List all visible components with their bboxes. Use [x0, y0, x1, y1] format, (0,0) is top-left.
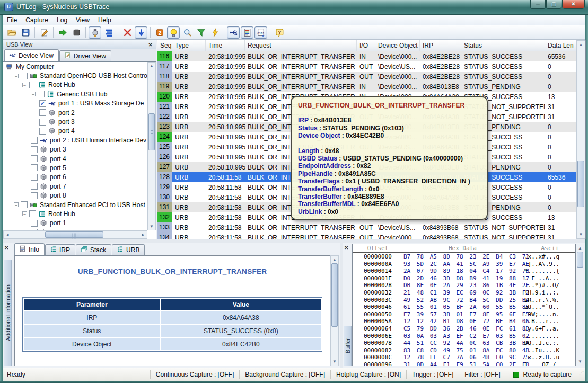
- tree-checkbox[interactable]: [39, 119, 46, 126]
- table-row[interactable]: 117URB20:58:10:995BULK_OR_INTERRUPT_TRAN…: [157, 61, 585, 72]
- tree-horizontal-scrollbar[interactable]: ◄ ►: [3, 230, 147, 239]
- usb-view-close-icon[interactable]: ✕: [148, 42, 153, 48]
- info-view-toggle-button[interactable]: [241, 26, 253, 39]
- tree-checkbox[interactable]: [31, 155, 38, 162]
- tree-checkbox[interactable]: [39, 109, 46, 116]
- column-header-device[interactable]: Device Object: [375, 40, 420, 51]
- trigger-button[interactable]: [208, 26, 221, 39]
- menu-item-help[interactable]: Help: [94, 16, 116, 24]
- sequence-2-button[interactable]: 2: [153, 26, 166, 39]
- clear-log-button[interactable]: [121, 26, 134, 39]
- device-capture-button[interactable]: [89, 26, 101, 39]
- hex-offset: 00000050: [353, 310, 403, 318]
- tree-checkbox[interactable]: [38, 91, 45, 97]
- tree-item[interactable]: –Root Hub: [3, 81, 147, 90]
- sequence-2-icon: 2: [155, 28, 164, 37]
- start-capture-button[interactable]: [56, 26, 69, 39]
- column-header-len[interactable]: Data Len: [545, 40, 577, 51]
- table-row[interactable]: 116URB20:58:10:995BULK_OR_INTERRUPT_TRAN…: [157, 51, 585, 61]
- column-header-status[interactable]: Status: [461, 40, 545, 51]
- tree-item[interactable]: –Root Hub: [3, 209, 147, 218]
- window-titlebar[interactable]: U UTLog - SysNucleus USBTrace ─ ▢ ✕: [0, 0, 588, 15]
- buffer-panel-close-icon[interactable]: ✕: [344, 245, 348, 251]
- usb-view-toggle-button[interactable]: [227, 26, 240, 39]
- status-segment: Hotplug Capture : [ON]: [330, 370, 406, 379]
- menu-item-file[interactable]: File: [3, 16, 21, 24]
- search-button[interactable]: [181, 26, 194, 39]
- tab-driver-view[interactable]: Driver View: [59, 50, 111, 61]
- tree-item[interactable]: port 5: [3, 163, 147, 172]
- tree-checkbox[interactable]: [31, 146, 38, 153]
- table-row[interactable]: 119URB20:58:10:995BULK_OR_INTERRUPT_TRAN…: [157, 82, 585, 92]
- tree-checkbox[interactable]: [21, 201, 28, 208]
- edit-log-button[interactable]: [38, 26, 50, 39]
- tree-expander-icon[interactable]: –: [22, 83, 27, 87]
- column-header-type[interactable]: Type: [172, 40, 206, 51]
- tab-device-view[interactable]: Device View: [4, 49, 59, 61]
- tree-item[interactable]: –Standard OpenHCD USB Host Controller: [3, 71, 147, 80]
- minimize-button[interactable]: ─: [530, 0, 546, 9]
- menu-item-capture[interactable]: Capture: [21, 16, 52, 24]
- tree-checkbox[interactable]: [31, 137, 38, 144]
- tree-checkbox[interactable]: [31, 174, 38, 181]
- tree-checkbox[interactable]: [31, 164, 38, 171]
- table-row[interactable]: 133URB20:58:11:58BULK_OR_INTERRUPT_TRANS…: [157, 222, 585, 233]
- tab-stack[interactable]: Stack: [76, 244, 111, 255]
- table-row[interactable]: 134URB20:58:11:58BULK_OR_INTERRUPT_TRANS…: [157, 233, 585, 239]
- log-list-button[interactable]: [102, 26, 115, 39]
- tree-expander-icon[interactable]: –: [14, 74, 19, 78]
- tree-item[interactable]: port 2: [3, 108, 147, 117]
- tooltip-bulb-button[interactable]: [167, 26, 180, 39]
- tree-checkbox[interactable]: [21, 73, 28, 79]
- tree-checkbox[interactable]: [39, 128, 46, 135]
- tree-item[interactable]: port 6: [3, 173, 147, 182]
- table-vertical-scrollbar[interactable]: ▲▼: [576, 40, 585, 239]
- info-panel-close-icon[interactable]: ✕: [4, 245, 8, 251]
- tree-expander-icon[interactable]: –: [14, 202, 19, 207]
- column-header-time[interactable]: Time: [206, 40, 245, 51]
- tree-expander-icon[interactable]: –: [31, 92, 36, 96]
- auto-scroll-button[interactable]: [135, 26, 147, 39]
- menu-item-view[interactable]: View: [72, 16, 94, 24]
- tree-item[interactable]: port 1: [3, 219, 147, 228]
- close-button[interactable]: ✕: [562, 0, 585, 9]
- stop-capture-button[interactable]: [70, 26, 83, 39]
- tree-checkbox[interactable]: [29, 82, 36, 88]
- tree-checkbox[interactable]: [31, 192, 38, 199]
- tree-item[interactable]: –Generic USB Hub: [3, 90, 147, 99]
- filter-button[interactable]: [195, 26, 207, 39]
- tab-irp[interactable]: IRP: [45, 244, 75, 255]
- tab-urb[interactable]: URB: [112, 244, 145, 255]
- column-header-irp[interactable]: IRP: [420, 40, 461, 51]
- column-header-io[interactable]: I/O: [357, 40, 375, 51]
- tree-vertical-scrollbar[interactable]: ▲▼: [147, 62, 156, 230]
- tab-info[interactable]: Info: [14, 243, 45, 255]
- help-tip-button[interactable]: ?: [273, 26, 286, 39]
- tree-item[interactable]: port 8: [3, 191, 147, 200]
- tree-item[interactable]: port 7: [3, 182, 147, 191]
- table-row[interactable]: 118URB20:58:10:995BULK_OR_INTERRUPT_TRAN…: [157, 72, 585, 82]
- buffer-view-toggle-button[interactable]: 0101: [254, 26, 267, 39]
- tree-item[interactable]: port 3: [3, 145, 147, 154]
- menu-item-log[interactable]: Log: [52, 16, 72, 24]
- tree-item[interactable]: port 2 : USB Human Interface Dev: [3, 136, 147, 145]
- resize-grip[interactable]: ⋰: [579, 370, 584, 379]
- tree-checkbox[interactable]: [31, 220, 38, 227]
- tree-checkbox[interactable]: [29, 210, 36, 217]
- tree-checkbox[interactable]: ✓: [39, 100, 46, 107]
- open-file-button[interactable]: [5, 26, 18, 39]
- info-vertical-scrollbar[interactable]: ▲▼: [330, 255, 339, 366]
- maximize-button[interactable]: ▢: [546, 0, 561, 9]
- tree-item[interactable]: My Computer: [3, 62, 147, 71]
- column-header-request[interactable]: Request: [245, 40, 357, 51]
- tree-item[interactable]: port 4: [3, 127, 147, 136]
- tree-item[interactable]: ✓port 1 : USB Mass Storage De: [3, 99, 147, 108]
- tree-item[interactable]: port 3: [3, 117, 147, 126]
- tree-item[interactable]: port 4: [3, 154, 147, 163]
- save-file-button[interactable]: [19, 26, 32, 39]
- buffer-vertical-scrollbar[interactable]: ▲▼: [576, 244, 584, 366]
- tree-item[interactable]: –Standard Enhanced PCI to USB Host Con: [3, 200, 147, 209]
- tree-expander-icon[interactable]: –: [22, 211, 27, 216]
- column-header-seq[interactable]: Seq: [157, 40, 172, 51]
- tree-checkbox[interactable]: [31, 183, 38, 190]
